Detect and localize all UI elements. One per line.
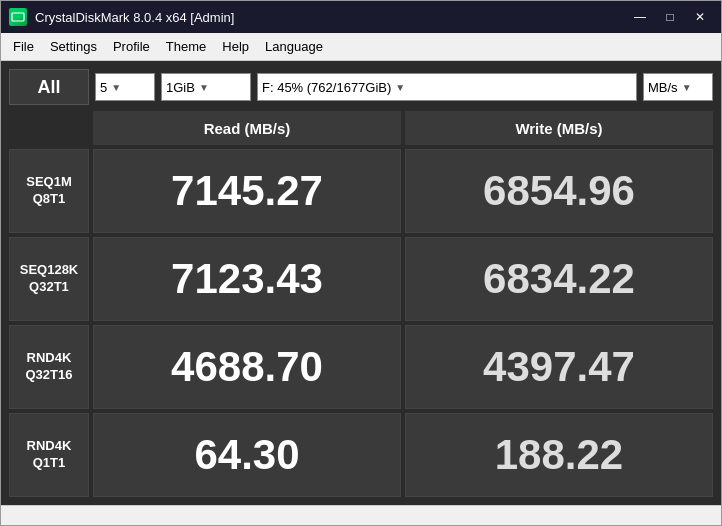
seq128k-write: 6834.22 [405, 237, 713, 321]
runs-select[interactable]: 5 ▼ [95, 73, 155, 101]
app-window: CrystalDiskMark 8.0.4 x64 [Admin] — □ ✕ … [0, 0, 722, 526]
drive-value: F: 45% (762/1677GiB) [262, 80, 391, 95]
row-label-rnd4k-q1t1: RND4KQ1T1 [9, 413, 89, 497]
menu-help[interactable]: Help [214, 35, 257, 58]
table-row: RND4KQ1T1 64.30 188.22 [9, 413, 713, 497]
size-select[interactable]: 1GiB ▼ [161, 73, 251, 101]
runs-value: 5 [100, 80, 107, 95]
rnd4k-q1t1-write: 188.22 [405, 413, 713, 497]
seq128k-read: 7123.43 [93, 237, 401, 321]
unit-value: MB/s [648, 80, 678, 95]
results-table: Read (MB/s) Write (MB/s) SEQ1MQ8T1 7145.… [9, 111, 713, 497]
unit-arrow: ▼ [682, 82, 692, 93]
row-label-seq1m: SEQ1MQ8T1 [9, 149, 89, 233]
close-button[interactable]: ✕ [687, 7, 713, 27]
rnd4k-q32t16-read: 4688.70 [93, 325, 401, 409]
drive-arrow: ▼ [395, 82, 405, 93]
menu-settings[interactable]: Settings [42, 35, 105, 58]
window-title: CrystalDiskMark 8.0.4 x64 [Admin] [35, 10, 234, 25]
menu-bar: File Settings Profile Theme Help Languag… [1, 33, 721, 61]
size-arrow: ▼ [199, 82, 209, 93]
all-label[interactable]: All [9, 69, 89, 105]
seq1m-read: 7145.27 [93, 149, 401, 233]
table-row: RND4KQ32T16 4688.70 4397.47 [9, 325, 713, 409]
main-content: All 5 ▼ 1GiB ▼ F: 45% (762/1677GiB) ▼ MB… [1, 61, 721, 505]
rnd4k-q32t16-write: 4397.47 [405, 325, 713, 409]
menu-file[interactable]: File [5, 35, 42, 58]
app-icon [9, 8, 27, 26]
read-header: Read (MB/s) [93, 111, 401, 145]
row-label-seq128k: SEQ128KQ32T1 [9, 237, 89, 321]
title-bar-controls: — □ ✕ [627, 7, 713, 27]
rnd4k-q1t1-read: 64.30 [93, 413, 401, 497]
menu-language[interactable]: Language [257, 35, 331, 58]
seq1m-write: 6854.96 [405, 149, 713, 233]
size-value: 1GiB [166, 80, 195, 95]
title-bar-left: CrystalDiskMark 8.0.4 x64 [Admin] [9, 8, 234, 26]
row-label-rnd4k-q32t16: RND4KQ32T16 [9, 325, 89, 409]
table-row: SEQ1MQ8T1 7145.27 6854.96 [9, 149, 713, 233]
unit-select[interactable]: MB/s ▼ [643, 73, 713, 101]
table-row: SEQ128KQ32T1 7123.43 6834.22 [9, 237, 713, 321]
table-header-row: Read (MB/s) Write (MB/s) [9, 111, 713, 145]
minimize-button[interactable]: — [627, 7, 653, 27]
title-bar: CrystalDiskMark 8.0.4 x64 [Admin] — □ ✕ [1, 1, 721, 33]
drive-select[interactable]: F: 45% (762/1677GiB) ▼ [257, 73, 637, 101]
controls-row: All 5 ▼ 1GiB ▼ F: 45% (762/1677GiB) ▼ MB… [9, 69, 713, 105]
menu-theme[interactable]: Theme [158, 35, 214, 58]
label-header-spacer [9, 111, 89, 145]
status-bar [1, 505, 721, 525]
menu-profile[interactable]: Profile [105, 35, 158, 58]
runs-arrow: ▼ [111, 82, 121, 93]
maximize-button[interactable]: □ [657, 7, 683, 27]
write-header: Write (MB/s) [405, 111, 713, 145]
